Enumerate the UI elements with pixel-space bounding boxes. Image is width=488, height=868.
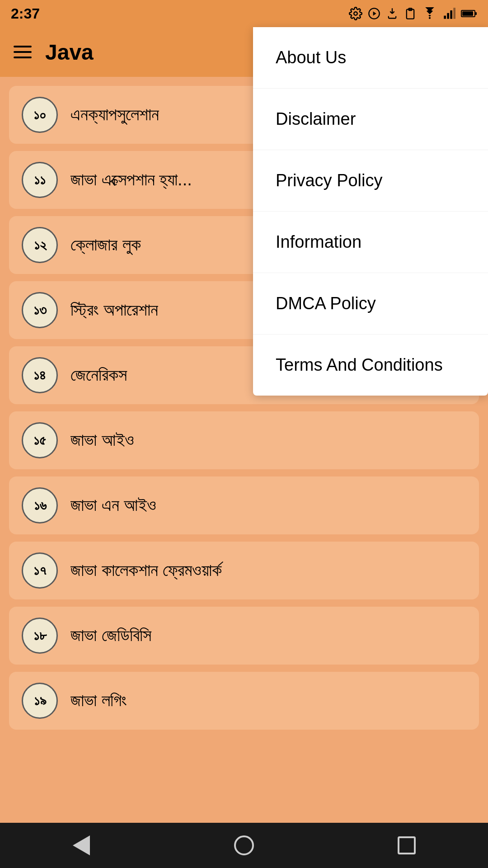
list-item[interactable]: ১৯ জাভা লগিং	[9, 672, 479, 730]
svg-rect-12	[475, 12, 477, 15]
svg-rect-8	[450, 10, 452, 19]
item-label: জেনেরিকস	[70, 365, 127, 385]
svg-rect-9	[453, 8, 455, 19]
svg-point-0	[354, 12, 357, 15]
signal-icon	[443, 7, 455, 20]
recent-icon	[398, 836, 416, 854]
svg-rect-7	[447, 13, 449, 19]
hamburger-menu-button[interactable]	[14, 46, 32, 58]
item-badge: ১৪	[22, 357, 58, 393]
home-icon	[234, 835, 254, 855]
item-label: জাভা আইও	[70, 430, 134, 450]
item-badge: ১৬	[22, 487, 58, 524]
bottom-navigation	[0, 823, 488, 868]
menu-item-terms-and-conditions[interactable]: Terms And Conditions	[253, 335, 488, 396]
download-icon	[386, 7, 399, 20]
home-button[interactable]	[226, 827, 262, 863]
item-badge: ১৮	[22, 618, 58, 654]
list-item[interactable]: ১৭ জাভা কালেকশান ফ্রেমওয়ার্ক	[9, 542, 479, 599]
item-label: জাভা কালেকশান ফ্রেমওয়ার্ক	[70, 561, 222, 580]
back-button[interactable]	[63, 827, 99, 863]
app-title: Java	[45, 40, 94, 65]
status-bar: 2:37	[0, 0, 488, 27]
item-badge: ১৩	[22, 292, 58, 328]
back-icon	[73, 835, 90, 855]
item-label: এনক্যাপসুলেশান	[70, 105, 159, 125]
item-label: জাভা এক্সেপশান হ্যা...	[70, 170, 192, 190]
dropdown-menu: About Us Disclaimer Privacy Policy Infor…	[253, 27, 488, 396]
item-label: জাভা এন আইও	[70, 495, 156, 515]
item-label: স্ট্রিং অপারেশান	[70, 300, 158, 320]
item-badge: ১১	[22, 162, 58, 198]
status-time: 2:37	[11, 5, 40, 22]
list-item[interactable]: ১৮ জাভা জেডিবিসি	[9, 607, 479, 665]
clipboard-icon	[404, 7, 417, 20]
menu-item-dmca-policy[interactable]: DMCA Policy	[253, 273, 488, 335]
list-item[interactable]: ১৫ জাভা আইও	[9, 411, 479, 469]
svg-marker-2	[373, 11, 376, 15]
menu-item-information[interactable]: Information	[253, 212, 488, 273]
item-badge: ১৯	[22, 683, 58, 719]
item-label: জাভা লগিং	[70, 691, 127, 711]
svg-point-5	[429, 17, 431, 19]
battery-icon	[461, 8, 477, 19]
play-icon	[368, 7, 380, 20]
svg-rect-6	[444, 16, 446, 19]
item-badge: ১০	[22, 97, 58, 133]
wifi-icon	[422, 7, 437, 20]
item-badge: ১৭	[22, 552, 58, 589]
settings-icon	[349, 7, 362, 20]
item-label: জাভা জেডিবিসি	[70, 626, 151, 646]
status-icons	[349, 7, 477, 20]
item-label: ক্লোজার লুক	[70, 235, 141, 255]
menu-item-about-us[interactable]: About Us	[253, 27, 488, 89]
recent-button[interactable]	[389, 827, 425, 863]
svg-rect-11	[462, 11, 473, 16]
menu-item-disclaimer[interactable]: Disclaimer	[253, 89, 488, 150]
item-badge: ১৫	[22, 422, 58, 458]
menu-item-privacy-policy[interactable]: Privacy Policy	[253, 150, 488, 212]
item-badge: ১২	[22, 227, 58, 263]
list-item[interactable]: ১৬ জাভা এন আইও	[9, 476, 479, 534]
